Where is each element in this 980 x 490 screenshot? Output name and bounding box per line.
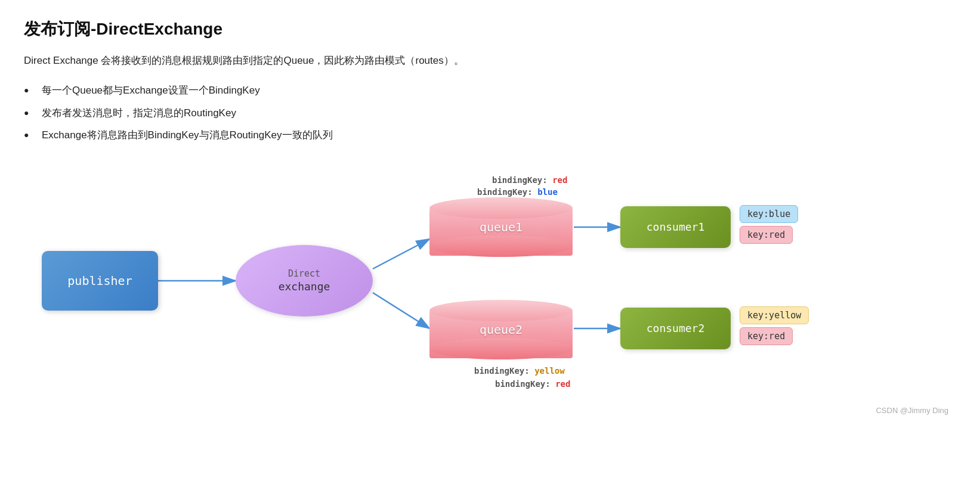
consumer1-label: consumer1	[647, 221, 705, 233]
bullet-item-2: 发布者发送消息时，指定消息的RoutingKey	[24, 102, 956, 125]
key-tag-blue: key:blue	[740, 205, 798, 223]
exchange-box: Direct exchange	[236, 245, 373, 317]
binding-key-red2-value: red	[555, 379, 570, 389]
bullet-list: 每一个Queue都与Exchange设置一个BindingKey 发布者发送消息…	[24, 79, 956, 147]
key-tag-yellow: key:yellow	[740, 306, 809, 324]
queue1-cylinder: queue1	[429, 197, 573, 257]
key-tag-red2: key:red	[740, 327, 793, 345]
svg-line-2	[373, 239, 429, 269]
queue2-wrap: queue2	[429, 300, 573, 359]
queue1-wrap: queue1	[429, 197, 573, 257]
key-red2-text: key:red	[747, 331, 785, 342]
bullet-item-3: Exchange将消息路由到BindingKey与消息RoutingKey一致的…	[24, 124, 956, 147]
svg-line-3	[373, 293, 429, 328]
exchange-main-label: exchange	[279, 280, 330, 293]
publisher-box: publisher	[42, 251, 158, 311]
bullet-item-1: 每一个Queue都与Exchange设置一个BindingKey	[24, 79, 956, 102]
key-yellow-text: key:yellow	[747, 310, 801, 321]
binding-key-blue-value: blue	[537, 187, 558, 197]
binding-key-red-label: bindingKey: red	[492, 175, 567, 185]
binding-key-yellow-label: bindingKey: yellow	[474, 366, 565, 376]
diagram-area: publisher Direct exchange queue1 queue2 …	[24, 159, 954, 415]
binding-key-yellow-value: yellow	[534, 366, 565, 376]
key-red1-text: key:red	[747, 230, 785, 240]
queue1-label: queue1	[429, 197, 573, 257]
publisher-label: publisher	[67, 274, 132, 288]
consumer2-label: consumer2	[647, 322, 705, 334]
binding-key-red2-label: bindingKey: red	[495, 379, 570, 389]
binding-key-blue-label: bindingKey: blue	[477, 187, 558, 197]
key-blue-text: key:blue	[747, 209, 790, 219]
consumer2-box: consumer2	[620, 308, 731, 349]
queue2-label: queue2	[429, 300, 573, 359]
watermark: CSDN @Jimmy Ding	[876, 406, 948, 415]
binding-key-red-value: red	[552, 175, 567, 185]
key-tag-red1: key:red	[740, 226, 793, 244]
exchange-small-label: Direct	[288, 268, 320, 279]
page-title: 发布订阅-DirectExchange	[24, 18, 956, 41]
description-text: Direct Exchange 会将接收到的消息根据规则路由到指定的Queue，…	[24, 52, 956, 69]
queue2-cylinder: queue2	[429, 300, 573, 359]
consumer1-box: consumer1	[620, 206, 731, 248]
